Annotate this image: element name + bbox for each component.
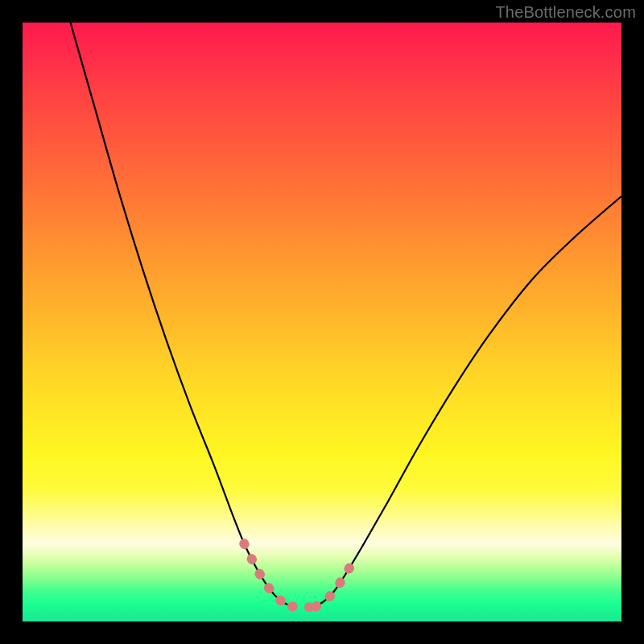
highlight-left-marker <box>244 543 292 606</box>
highlight-right-marker <box>316 559 355 607</box>
chart-frame: TheBottleneck.com <box>0 0 644 644</box>
watermark-text: TheBottleneck.com <box>495 3 636 22</box>
right-curve-line <box>316 196 621 607</box>
curve-layer <box>23 23 621 621</box>
plot-area <box>23 23 621 621</box>
left-curve-line <box>71 23 292 606</box>
